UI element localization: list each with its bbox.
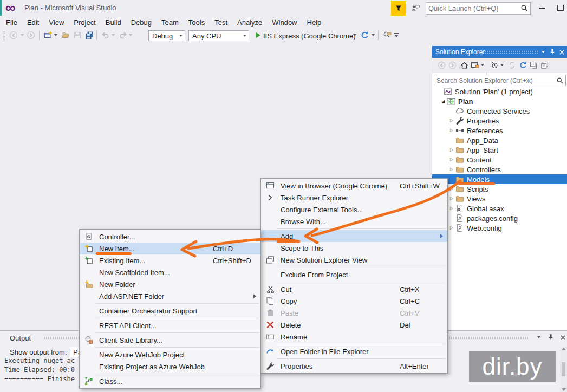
menu-build[interactable]: Build	[101, 17, 126, 28]
start-debug-button[interactable]	[253, 30, 263, 40]
menu-project[interactable]: Project	[69, 17, 100, 28]
minimize-button[interactable]	[534, 0, 550, 16]
find-in-files-button[interactable]	[382, 30, 392, 40]
open-file-button[interactable]	[61, 30, 70, 40]
se-collapse-all-button[interactable]	[529, 60, 538, 70]
se-pending-changes-filter-button[interactable]	[490, 60, 499, 70]
menu-window[interactable]: Window	[267, 17, 302, 28]
tree-item-references[interactable]: ▷ References	[432, 126, 567, 135]
tree-item-app-data[interactable]: App_Data	[432, 135, 567, 145]
output-scrollbar[interactable]	[560, 347, 567, 392]
menu-item-browse-with[interactable]: Browse With...	[261, 215, 447, 227]
close-panel-button[interactable]	[557, 46, 566, 58]
menu-item-copy[interactable]: Copy Ctrl+C	[261, 295, 447, 307]
tree-item-controllers[interactable]: ▷ Controllers	[432, 165, 567, 174]
undo-button[interactable]	[101, 30, 110, 40]
redo-dropdown[interactable]	[128, 30, 133, 40]
solution-search-input[interactable]	[434, 77, 556, 84]
menu-item-open-folder-in-file-explorer[interactable]: Open Folder in File Explorer	[261, 345, 447, 357]
navigate-backward-button[interactable]	[9, 30, 18, 40]
expander-collapsed-icon[interactable]: ▷	[448, 204, 455, 213]
se-switch-views-dropdown[interactable]	[480, 60, 485, 70]
menu-item-new-item[interactable]: New Item... Ctrl+D	[80, 243, 260, 254]
menu-item-class[interactable]: Class...	[80, 375, 260, 387]
menu-item-new-scaffolded-item[interactable]: New Scaffolded Item...	[80, 266, 260, 278]
menu-team[interactable]: Team	[157, 17, 184, 28]
menu-item-add[interactable]: Add	[261, 230, 447, 242]
tree-item-app-start[interactable]: ▷ App_Start	[432, 145, 567, 155]
menu-item-cut[interactable]: Cut Ctrl+X	[261, 283, 447, 295]
menu-item-view-in-browser[interactable]: View in Browser (Google Chrome) Ctrl+Shi…	[261, 180, 447, 192]
se-home-button[interactable]	[459, 60, 469, 70]
platform-dropdown[interactable]	[241, 31, 249, 41]
menu-edit[interactable]: Edit	[22, 17, 44, 28]
new-project-dropdown[interactable]	[53, 30, 58, 40]
expander-collapsed-icon[interactable]: ▷	[448, 126, 455, 135]
menu-item-new-folder[interactable]: New Folder	[80, 278, 260, 290]
menu-tools[interactable]: Tools	[184, 17, 210, 28]
tree-item-connected-services[interactable]: Connected Services	[432, 106, 567, 116]
menu-item-controller[interactable]: Controller...	[80, 231, 260, 243]
expander-collapsed-icon[interactable]: ▷	[448, 155, 455, 165]
menu-analyze[interactable]: Analyze	[232, 17, 267, 28]
menu-item-scope-to-this[interactable]: Scope to This	[261, 242, 447, 254]
undo-dropdown[interactable]	[110, 30, 116, 40]
menu-help[interactable]: Help	[302, 17, 327, 28]
save-all-button[interactable]	[84, 30, 94, 40]
expander-collapsed-icon[interactable]: ▷	[448, 116, 455, 126]
scroll-up-icon[interactable]	[562, 348, 566, 350]
run-target-dropdown[interactable]	[352, 30, 357, 40]
menu-item-existing-item[interactable]: Existing Item... Ctrl+Shift+D	[80, 254, 260, 266]
output-pin-button[interactable]	[546, 332, 556, 342]
search-icon[interactable]	[520, 4, 529, 12]
menu-view[interactable]: View	[44, 17, 69, 28]
search-icon[interactable]	[556, 77, 564, 84]
menu-item-configure-external-tools[interactable]: Configure External Tools...	[261, 204, 447, 215]
tree-item-properties[interactable]: ▷ Properties	[432, 116, 567, 126]
menu-file[interactable]: File	[1, 17, 22, 28]
menu-item-new-azure-webjob-project[interactable]: New Azure WebJob Project	[80, 349, 260, 361]
menu-debug[interactable]: Debug	[126, 17, 157, 28]
tree-item-solution[interactable]: Solution 'Plan' (1 project)	[432, 87, 567, 96]
tree-item-packages-config[interactable]: packages.config	[432, 213, 567, 223]
scroll-thumb[interactable]	[562, 362, 565, 376]
platform-combobox[interactable]: Any CPU	[188, 30, 249, 41]
toolbar-overflow-button[interactable]	[393, 30, 400, 40]
tree-item-web-config[interactable]: ▷ Web.config	[432, 223, 567, 233]
feedback-button[interactable]	[409, 2, 422, 14]
menu-item-paste[interactable]: Paste Ctrl+V	[261, 307, 447, 319]
se-show-all-files-button[interactable]	[539, 60, 549, 70]
expander-collapsed-icon[interactable]: ▷	[448, 165, 455, 174]
menu-item-existing-project-as-azure-webjob[interactable]: Existing Project as Azure WebJob	[80, 361, 260, 373]
run-target-label[interactable]: IIS Express (Google Chrome)	[263, 32, 356, 40]
tree-item-global-asax[interactable]: ▷ Global.asax	[432, 204, 567, 213]
menu-item-new-solution-explorer-view[interactable]: New Solution Explorer View	[261, 254, 447, 266]
expander-collapsed-icon[interactable]: ▷	[448, 223, 455, 233]
se-back-button[interactable]	[436, 60, 446, 70]
navigate-back-dropdown[interactable]	[19, 30, 25, 40]
menu-item-properties[interactable]: Properties Alt+Enter	[261, 360, 447, 372]
menu-item-container-orchestrator-support[interactable]: Container Orchestrator Support	[80, 305, 260, 317]
menu-item-delete[interactable]: Delete Del	[261, 319, 447, 331]
window-position-button[interactable]	[539, 46, 548, 58]
expander-collapsed-icon[interactable]: ▷	[448, 145, 455, 155]
menu-item-client-side-library[interactable]: Client-Side Library...	[80, 334, 260, 346]
output-window-position-button[interactable]	[534, 332, 544, 342]
tree-item-views[interactable]: ▷ Views	[432, 194, 567, 204]
filter-tool-button[interactable]	[391, 1, 406, 16]
quick-launch-input[interactable]	[426, 4, 520, 12]
navigate-forward-button[interactable]	[26, 30, 36, 40]
redo-button[interactable]	[118, 30, 128, 40]
expander-expanded-icon[interactable]: ◢	[439, 96, 447, 106]
pin-button[interactable]	[548, 46, 557, 58]
se-refresh-button[interactable]	[518, 60, 527, 70]
se-filter-dropdown[interactable]	[499, 60, 505, 70]
toolbar-grip[interactable]	[3, 31, 5, 40]
output-close-button[interactable]	[558, 332, 567, 342]
se-sync-button[interactable]	[507, 60, 517, 70]
menu-item-task-runner-explorer[interactable]: Task Runner Explorer	[261, 192, 447, 204]
menu-item-rename[interactable]: Rename	[261, 331, 447, 343]
solution-explorer-header[interactable]: Solution Explorer	[432, 46, 567, 58]
new-project-button[interactable]	[43, 30, 53, 40]
configuration-dropdown[interactable]	[177, 31, 185, 41]
